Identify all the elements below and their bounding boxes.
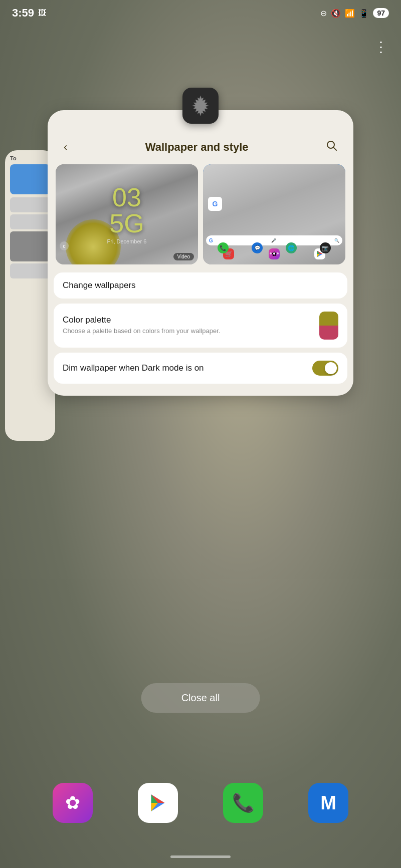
- status-left: 3:59 🖼: [12, 7, 46, 20]
- color-palette-label: Color palette: [63, 315, 220, 325]
- signal-icon: 📱: [359, 9, 369, 18]
- color-palette-text: Color palette Choose a palette based on …: [63, 315, 220, 336]
- status-bar: 3:59 🖼 ⊖ 🔇 📶 📱 97: [0, 0, 401, 26]
- settings-card: ‹ Wallpaper and style 03 5G Fri, Decembe…: [48, 110, 353, 396]
- palette-top: [319, 312, 338, 326]
- messages-dock-icon[interactable]: M: [308, 783, 348, 823]
- lock-hour: 03: [112, 184, 141, 210]
- bg-card-label: To: [10, 155, 50, 161]
- bg-card-blue-section: [10, 164, 50, 194]
- color-palette-desc: Choose a palette based on colors from yo…: [63, 327, 220, 336]
- gallery-dock-icon[interactable]: ✿: [53, 783, 93, 823]
- settings-section: Change wallpapers Color palette Choose a…: [48, 272, 353, 384]
- change-wallpapers-row: Change wallpapers: [63, 280, 338, 291]
- bg-card-item-4: [10, 263, 50, 278]
- camera-icon-small: 📷: [320, 242, 331, 253]
- search-button[interactable]: [322, 138, 341, 156]
- status-time: 3:59: [12, 7, 34, 20]
- chat-icon-small: 💬: [252, 242, 263, 253]
- search-icon: [326, 140, 337, 151]
- app-dock: ✿ 📞 M: [0, 783, 401, 823]
- browser-icon-small: 🌐: [286, 242, 297, 253]
- home-bottom-dock: 📞 💬 🌐 📷: [203, 242, 345, 253]
- lock-circle-icon: c: [60, 241, 69, 250]
- overflow-menu-button[interactable]: ⋮: [374, 40, 389, 54]
- phone-dock-icon[interactable]: 📞: [223, 783, 263, 823]
- bg-card-item-1: [10, 197, 50, 212]
- play-store-icon-large: [148, 793, 168, 813]
- status-right: ⊖ 🔇 📶 📱 97: [320, 8, 389, 18]
- bg-card-item-2: [10, 214, 50, 229]
- change-wallpapers-label: Change wallpapers: [63, 280, 136, 291]
- svg-line-2: [334, 148, 337, 151]
- dim-wallpaper-toggle[interactable]: [312, 361, 338, 376]
- photo-icon: 🖼: [38, 9, 46, 18]
- dim-wallpaper-row: Dim wallpaper when Dark mode is on: [63, 361, 338, 376]
- messages-letter: M: [320, 792, 336, 814]
- dim-wallpaper-item[interactable]: Dim wallpaper when Dark mode is on: [54, 353, 347, 384]
- google-app-icon: G: [208, 197, 222, 211]
- battery-level: 97: [373, 8, 389, 18]
- change-wallpapers-item[interactable]: Change wallpapers: [54, 272, 347, 299]
- video-badge: Video: [173, 253, 194, 260]
- google-letter: G: [213, 200, 218, 208]
- mute-icon: 🔇: [331, 9, 341, 18]
- card-title: Wallpaper and style: [71, 141, 322, 154]
- color-palette-row: Color palette Choose a palette based on …: [63, 312, 338, 340]
- lock-min: 5G: [109, 210, 144, 236]
- bg-card-item-3: [10, 231, 50, 261]
- settings-app-icon: [182, 88, 219, 124]
- phone-icon: 📞: [232, 792, 255, 813]
- phone-icon-small: 📞: [218, 242, 229, 253]
- do-not-disturb-icon: ⊖: [320, 9, 327, 18]
- palette-bottom: [319, 326, 338, 340]
- color-palette-item[interactable]: Color palette Choose a palette based on …: [54, 304, 347, 348]
- gear-icon: [188, 94, 213, 118]
- home-indicator[interactable]: [170, 855, 231, 858]
- gallery-icon: ✿: [65, 792, 80, 813]
- dim-wallpaper-label: Dim wallpaper when Dark mode is on: [63, 363, 204, 373]
- close-all-button[interactable]: Close all: [141, 683, 260, 713]
- palette-icon: [319, 312, 338, 340]
- play-store-dock-icon[interactable]: [138, 783, 178, 823]
- back-button[interactable]: ‹: [60, 139, 71, 156]
- lock-screen-content: 03 5G Fri, December 6: [56, 164, 198, 264]
- lock-date: Fri, December 6: [107, 238, 147, 244]
- lock-screen-preview[interactable]: 03 5G Fri, December 6 c Video: [56, 164, 198, 264]
- wifi-icon: 📶: [345, 9, 355, 18]
- toggle-knob: [325, 362, 337, 374]
- wallpaper-previews: 03 5G Fri, December 6 c Video ⛅ 10° Rain…: [48, 164, 353, 272]
- home-screen-preview[interactable]: ⛅ 10° Rain possible after 9PM Sun -- 13°…: [203, 164, 345, 264]
